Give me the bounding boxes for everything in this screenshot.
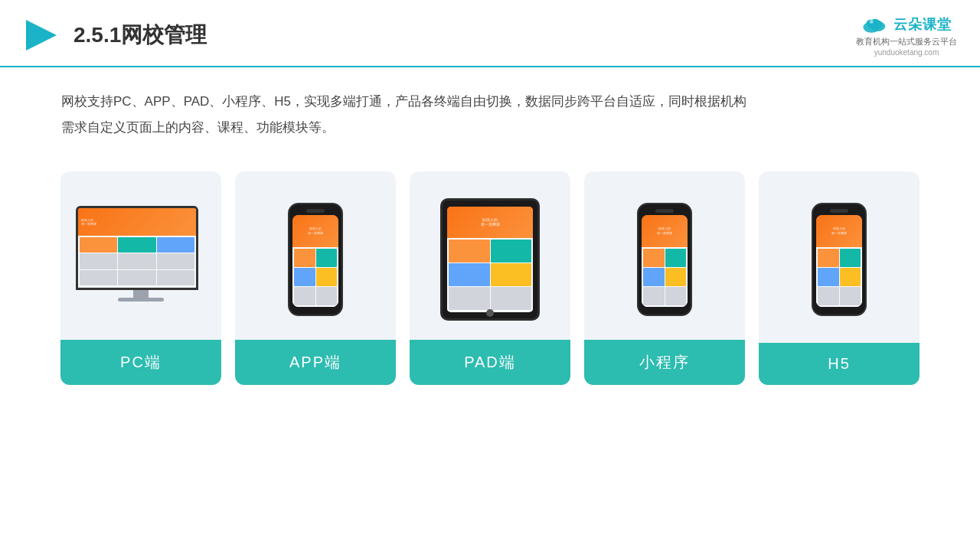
- phone-screen-h5: 职涯人的第一堂网课: [816, 215, 862, 307]
- description-line2: 需求自定义页面上的内容、课程、功能模块等。: [61, 115, 919, 141]
- logo-subtitle: 教育机构一站式服务云平台: [856, 35, 957, 48]
- pc-screen: 职涯人的第一堂网课: [76, 206, 198, 290]
- card-pad: 职涯人的第一堂网课 PAD端: [410, 171, 570, 385]
- phone-mockup-h5: 职涯人的第一堂网课: [812, 203, 867, 316]
- card-miniprogram: 职涯人的第一堂网课 小程序: [584, 171, 745, 385]
- card-pad-image: 职涯人的第一堂网课: [410, 171, 570, 340]
- card-app: 职涯人的第一堂网课 APP端: [235, 171, 396, 385]
- card-app-image: 职涯人的第一堂网课: [235, 171, 396, 340]
- logo-text: 云朵课堂: [893, 15, 952, 34]
- logo-area: 云朵课堂 教育机构一站式服务云平台 yunduoketang.com: [856, 14, 957, 57]
- tablet-mockup: 职涯人的第一堂网课: [440, 198, 540, 321]
- logo-url: yunduoketang.com: [874, 48, 939, 57]
- cards-container: 职涯人的第一堂网课: [0, 148, 980, 408]
- phone-mockup-app: 职涯人的第一堂网课: [288, 203, 343, 316]
- header-left: 2.5.1网校管理: [23, 17, 207, 54]
- card-miniprogram-image: 职涯人的第一堂网课: [584, 171, 745, 340]
- pc-stand: [133, 290, 149, 298]
- cloud-icon: [861, 14, 889, 35]
- card-app-label: APP端: [235, 340, 396, 385]
- phone-notch-mini: [655, 209, 674, 213]
- phone-notch-h5: [830, 209, 848, 213]
- description-line1: 网校支持PC、APP、PAD、小程序、H5，实现多端打通，产品各终端自由切换，数…: [61, 89, 919, 115]
- card-h5: 职涯人的第一堂网课 H5: [759, 171, 920, 385]
- svg-marker-0: [26, 20, 57, 51]
- card-pc: 职涯人的第一堂网课: [60, 171, 221, 385]
- description: 网校支持PC、APP、PAD、小程序、H5，实现多端打通，产品各终端自由切换，数…: [0, 67, 980, 148]
- pc-base: [118, 298, 164, 302]
- card-h5-label: H5: [759, 343, 920, 385]
- svg-point-5: [875, 21, 883, 28]
- card-miniprogram-label: 小程序: [584, 340, 745, 385]
- page-title: 2.5.1网校管理: [74, 21, 207, 50]
- header: 2.5.1网校管理 云朵课堂 教育机构一站式服务云平台 yunduoketang…: [0, 0, 980, 67]
- card-h5-image: 职涯人的第一堂网课: [759, 171, 920, 340]
- card-pc-label: PC端: [60, 340, 221, 385]
- logo-cloud: 云朵课堂: [861, 14, 952, 35]
- tablet-screen: 职涯人的第一堂网课: [447, 207, 533, 312]
- card-pc-image: 职涯人的第一堂网课: [60, 171, 221, 340]
- svg-point-6: [870, 20, 874, 24]
- card-pad-label: PAD端: [410, 340, 570, 385]
- pc-mockup: 职涯人的第一堂网课: [76, 206, 206, 313]
- phone-mockup-miniprogram: 职涯人的第一堂网课: [637, 203, 692, 316]
- tablet-home-btn: [486, 309, 494, 317]
- play-icon: [23, 17, 60, 54]
- phone-notch: [306, 209, 325, 213]
- phone-screen-mini: 职涯人的第一堂网课: [642, 215, 688, 307]
- phone-screen-app: 职涯人的第一堂网课: [292, 215, 338, 307]
